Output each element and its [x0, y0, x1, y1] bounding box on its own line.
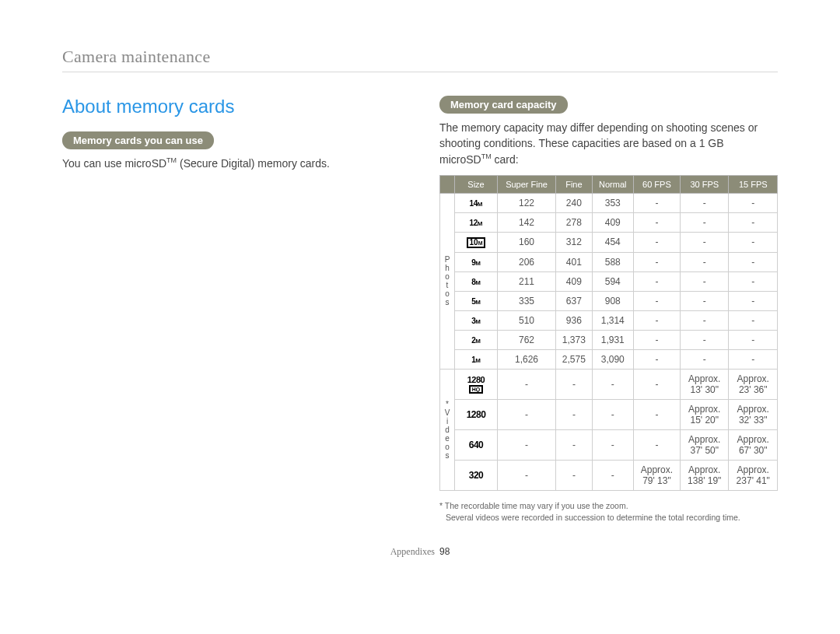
cell: - — [729, 193, 778, 212]
cell: - — [498, 460, 556, 490]
cell: - — [681, 349, 729, 369]
size-icon: 14M — [455, 193, 498, 212]
trademark-icon: TM — [166, 156, 177, 164]
table-row: 3M5109361,314--- — [440, 310, 778, 330]
cell: - — [729, 252, 778, 271]
cell: 122 — [498, 193, 556, 212]
table-row: 12M142278409--- — [440, 212, 778, 232]
cell: - — [729, 232, 778, 252]
section-pill-usable-cards: Memory cards you can use — [62, 131, 214, 149]
capacity-table: Size Super Fine Fine Normal 60 FPS 30 FP… — [439, 175, 778, 491]
cell: - — [633, 369, 680, 399]
footnote-line: Several videos were recorded in successi… — [439, 512, 778, 524]
col-category — [440, 175, 455, 193]
cell: Approx.15' 20" — [681, 399, 729, 429]
col-fine: Fine — [556, 175, 593, 193]
cell: Approx.37' 50" — [681, 429, 729, 460]
cell: 206 — [498, 252, 556, 271]
footnote-line: * The recordable time may vary if you us… — [439, 500, 778, 512]
table-row: Photos14M122240353--- — [440, 193, 778, 212]
cell: - — [556, 460, 593, 490]
cell: 312 — [556, 232, 593, 252]
cell: - — [592, 399, 633, 429]
col-60fps: 60 FPS — [633, 175, 680, 193]
table-row: 2M7621,3731,931--- — [440, 330, 778, 349]
cell: - — [633, 212, 680, 232]
table-row: 8M211409594--- — [440, 271, 778, 291]
cell: 409 — [592, 212, 633, 232]
cell: 454 — [592, 232, 633, 252]
cell: 588 — [592, 252, 633, 271]
cell: - — [729, 330, 778, 349]
cell: - — [633, 330, 680, 349]
cell: 1,373 — [556, 330, 593, 349]
cell: Approx.237' 41" — [729, 460, 778, 490]
cell: - — [633, 232, 680, 252]
cell: 240 — [556, 193, 593, 212]
cell: - — [592, 429, 633, 460]
size-icon: 9M — [455, 252, 498, 271]
cell: 1,314 — [592, 310, 633, 330]
table-row: *Videos1280HQ----Approx.13' 30"Approx.23… — [440, 369, 778, 399]
text: card: — [492, 153, 519, 166]
page: Camera maintenance About memory cards Me… — [0, 0, 840, 573]
cell: 142 — [498, 212, 556, 232]
size-icon: 5M — [455, 291, 498, 310]
cell: 3,090 — [592, 349, 633, 369]
cell: - — [633, 349, 680, 369]
cell: - — [498, 369, 556, 399]
table-body: Photos14M122240353---12M142278409---10M1… — [440, 193, 778, 490]
photos-label: Photos — [440, 193, 455, 369]
cell: - — [681, 252, 729, 271]
col-size: Size — [455, 175, 498, 193]
col-superfine: Super Fine — [498, 175, 556, 193]
cell: - — [681, 330, 729, 349]
table-row: 320---Approx.79' 13"Approx.138' 19"Appro… — [440, 460, 778, 490]
cell: - — [556, 369, 593, 399]
text: (Secure Digital) memory cards. — [177, 157, 330, 170]
page-footer: Appendixes 98 — [62, 546, 778, 558]
cell: - — [633, 252, 680, 271]
cell: 409 — [556, 271, 593, 291]
cell: - — [681, 271, 729, 291]
cell: - — [498, 429, 556, 460]
trademark-icon: TM — [481, 152, 492, 160]
table-row: 9M206401588--- — [440, 252, 778, 271]
cell: - — [556, 399, 593, 429]
cell: 908 — [592, 291, 633, 310]
cell: - — [633, 429, 680, 460]
cell: - — [633, 291, 680, 310]
cell: - — [633, 193, 680, 212]
cell: 936 — [556, 310, 593, 330]
table-row: 5M335637908--- — [440, 291, 778, 310]
size-icon: 10M — [455, 232, 498, 252]
cell: - — [729, 212, 778, 232]
cell: Approx.138' 19" — [681, 460, 729, 490]
table-row: 1280----Approx.15' 20"Approx.32' 33" — [440, 399, 778, 429]
col-normal: Normal — [592, 175, 633, 193]
cell: - — [592, 369, 633, 399]
cell: 160 — [498, 232, 556, 252]
size-icon: 320 — [455, 460, 498, 490]
cell: - — [681, 291, 729, 310]
cell: 211 — [498, 271, 556, 291]
cell: 2,575 — [556, 349, 593, 369]
cell: - — [729, 291, 778, 310]
table-row: 1M1,6262,5753,090--- — [440, 349, 778, 369]
content-columns: About memory cards Memory cards you can … — [62, 96, 778, 523]
cell: - — [633, 399, 680, 429]
cell: 594 — [592, 271, 633, 291]
cell: 762 — [498, 330, 556, 349]
section-pill-capacity: Memory card capacity — [439, 96, 568, 114]
cell: 637 — [556, 291, 593, 310]
capacity-body: The memory capacity may differ depending… — [439, 120, 778, 167]
cell: - — [729, 271, 778, 291]
cell: - — [498, 399, 556, 429]
size-icon: 640 — [455, 429, 498, 460]
table-row: 640----Approx.37' 50"Approx.67' 30" — [440, 429, 778, 460]
cell: 1,626 — [498, 349, 556, 369]
size-icon: 12M — [455, 212, 498, 232]
size-icon: 1280HQ — [455, 369, 498, 399]
cell: - — [681, 193, 729, 212]
text: You can use microSD — [62, 157, 166, 170]
